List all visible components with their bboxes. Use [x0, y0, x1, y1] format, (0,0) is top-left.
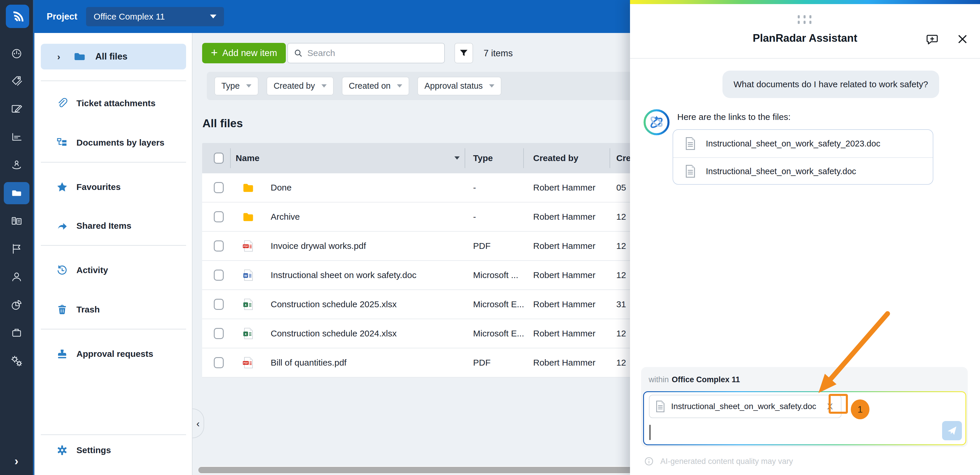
file-name[interactable]: Archive	[270, 212, 300, 222]
documents-icon[interactable]	[4, 182, 29, 204]
tags-icon[interactable]	[0, 68, 33, 93]
statistics-icon[interactable]	[0, 124, 33, 149]
sidebar-item-activity[interactable]: Activity	[34, 256, 192, 284]
row-checkbox[interactable]	[214, 357, 224, 368]
file-name[interactable]: Construction schedule 2025.xlsx	[270, 300, 397, 309]
filter-button[interactable]	[454, 43, 473, 63]
documents-sidebar: › All files Ticket attachments Documents…	[34, 33, 192, 475]
table-row[interactable]: W Instructional sheet on work safety.doc…	[202, 261, 694, 290]
new-chat-icon[interactable]	[924, 32, 940, 47]
file-name[interactable]: Instructional sheet on work safety.doc	[270, 270, 417, 280]
pin-person-icon[interactable]	[0, 152, 33, 177]
chevron-right-icon[interactable]: ›	[57, 51, 60, 62]
sidebar-item-approval-requests[interactable]: Approval requests	[34, 340, 192, 368]
reports-icon[interactable]	[0, 292, 33, 317]
sidebar-item-ticket-attachments[interactable]: Ticket attachments	[34, 89, 192, 117]
assistant-reply-text: Here are the links to the files:	[677, 112, 791, 122]
row-checkbox[interactable]	[214, 182, 224, 193]
attachment-chip[interactable]: Instructional_sheet_on_work_safety.doc X…	[649, 395, 842, 418]
file-created-on: 05	[616, 183, 626, 193]
row-checkbox[interactable]	[214, 211, 224, 222]
file-link[interactable]: Instructional_sheet_on_work_safety.doc	[673, 157, 933, 185]
star-icon	[56, 180, 69, 194]
table-row[interactable]: Archive - Robert Hammer 12	[202, 202, 694, 232]
filter-chip-created-on[interactable]: Created on	[342, 77, 409, 96]
row-checkbox[interactable]	[214, 299, 224, 310]
sidebar-item-trash[interactable]: Trash	[34, 296, 192, 324]
sort-caret-icon[interactable]	[454, 156, 460, 159]
sidebar-item-shared-items[interactable]: Shared Items	[34, 212, 192, 240]
file-created-by: Robert Hammer	[533, 183, 595, 193]
add-new-item-button[interactable]: + Add new item	[202, 43, 286, 63]
column-separator	[609, 148, 610, 168]
file-created-by: Robert Hammer	[533, 358, 595, 368]
row-checkbox[interactable]	[214, 269, 224, 281]
svg-text:PDF: PDF	[243, 245, 248, 248]
drag-handle[interactable]	[798, 15, 812, 24]
sidebar-item-label: Activity	[76, 265, 108, 275]
table-row[interactable]: PDF Bill of quantities.pdf PDF Robert Ha…	[202, 348, 694, 378]
attachment-name: Instructional_sheet_on_work_safety.doc	[671, 402, 816, 411]
projects-icon[interactable]	[0, 320, 33, 346]
row-checkbox[interactable]	[214, 241, 224, 252]
history-icon	[56, 263, 69, 277]
project-selector-value: Office Complex 11	[94, 12, 210, 22]
divider	[41, 162, 186, 163]
sidebar-item-all-files[interactable]: › All files	[41, 44, 186, 69]
excel-file-icon: X	[242, 327, 255, 340]
file-name[interactable]: Invoice drywal works.pdf	[270, 241, 366, 251]
folder-icon	[242, 181, 255, 194]
gear-icon	[56, 443, 69, 457]
table-row[interactable]: PDF Invoice drywal works.pdf PDF Robert …	[202, 232, 694, 261]
sidebar-item-label: Approval requests	[76, 349, 153, 359]
filter-chip-created-by[interactable]: Created by	[267, 77, 334, 96]
file-link-name: Instructional_sheet_on_work_safety.doc	[706, 167, 856, 176]
planradar-logo[interactable]	[6, 5, 29, 28]
message-input[interactable]: Instructional_sheet_on_work_safety.doc X…	[644, 392, 966, 445]
remove-attachment-button[interactable]: X	[822, 398, 838, 414]
folder-icon	[242, 210, 255, 223]
dashboard-icon[interactable]	[0, 41, 33, 66]
close-icon[interactable]	[955, 32, 970, 47]
filter-chip-approval-status[interactable]: Approval status	[417, 77, 501, 96]
search-input[interactable]	[307, 48, 438, 58]
column-name[interactable]: Name	[235, 153, 259, 163]
table-row[interactable]: Done - Robert Hammer 05	[202, 173, 694, 202]
flags-icon[interactable]	[0, 236, 33, 261]
companies-icon[interactable]	[0, 208, 33, 233]
file-type: -	[473, 212, 476, 222]
send-button[interactable]	[942, 421, 962, 440]
info-icon	[644, 456, 654, 466]
sidebar-item-documents-by-layers[interactable]: Documents by layers	[34, 129, 192, 157]
file-name[interactable]: Bill of quantities.pdf	[270, 358, 347, 368]
panel-actions	[924, 32, 970, 47]
sidebar-item-favourites[interactable]: Favourites	[34, 173, 192, 201]
file-created-on: 12	[616, 241, 626, 251]
sidebar-item-settings[interactable]: Settings	[34, 436, 192, 464]
search-icon	[294, 48, 303, 58]
file-name[interactable]: Construction schedule 2024.xlsx	[270, 328, 397, 338]
contacts-icon[interactable]	[0, 265, 33, 289]
file-link[interactable]: Instructional_sheet_on_work_safety_2023.…	[673, 130, 933, 157]
horizontal-scrollbar-thumb[interactable]	[198, 467, 635, 473]
filter-chip-label: Created by	[274, 81, 315, 91]
assistant-avatar	[643, 108, 671, 136]
row-checkbox[interactable]	[214, 328, 224, 339]
admin-settings-icon[interactable]	[0, 348, 33, 373]
column-created-by[interactable]: Created by	[533, 153, 578, 163]
project-selector[interactable]: Office Complex 11	[86, 7, 224, 26]
horizontal-scrollbar[interactable]	[198, 466, 694, 474]
plus-icon: +	[211, 47, 218, 58]
file-created-on: 31	[616, 300, 626, 309]
divider	[41, 434, 186, 435]
files-table: Name Type Created by Created on Done - R…	[202, 143, 694, 378]
rail-expand-button[interactable]: ›	[0, 451, 33, 471]
filter-chip-type[interactable]: Type	[215, 77, 258, 96]
table-row[interactable]: X Construction schedule 2024.xlsx Micros…	[202, 319, 694, 348]
file-name[interactable]: Done	[270, 183, 292, 193]
column-type[interactable]: Type	[473, 153, 493, 163]
ticket-edit-icon[interactable]	[0, 96, 33, 121]
column-separator	[465, 148, 465, 168]
table-row[interactable]: X Construction schedule 2025.xlsx Micros…	[202, 290, 694, 319]
select-all-checkbox[interactable]	[214, 153, 224, 164]
